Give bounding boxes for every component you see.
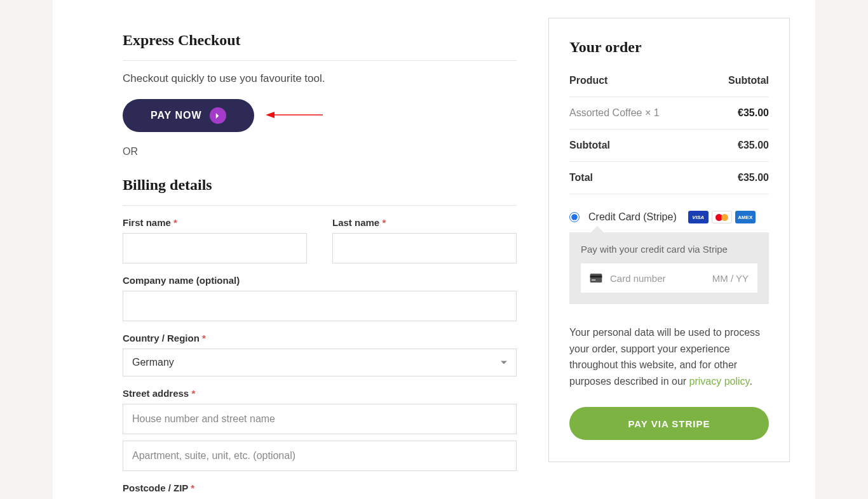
last-name-field[interactable] xyxy=(332,233,517,263)
svg-rect-4 xyxy=(592,279,595,281)
header-subtotal: Subtotal xyxy=(728,75,769,86)
street-label: Street address * xyxy=(123,388,517,399)
mastercard-icon xyxy=(712,211,732,223)
order-item-name: Assorted Coffee × 1 xyxy=(569,107,660,119)
payment-method-row: Credit Card (Stripe) VISA AMEX xyxy=(569,211,769,223)
first-name-label: First name * xyxy=(123,217,307,228)
country-select[interactable]: Germany xyxy=(123,349,517,376)
express-checkout-title: Express Checkout xyxy=(123,32,517,49)
payment-radio-stripe[interactable] xyxy=(569,212,580,222)
divider xyxy=(123,60,517,61)
privacy-policy-link[interactable]: privacy policy xyxy=(689,376,750,387)
card-number-placeholder: Card number xyxy=(610,273,705,284)
order-item-amount: €35.00 xyxy=(738,107,769,119)
svg-rect-2 xyxy=(590,274,602,283)
order-item-row: Assorted Coffee × 1 €35.00 xyxy=(569,97,769,130)
card-expiry-placeholder: MM / YY xyxy=(712,273,749,284)
order-total-row: Total €35.00 xyxy=(569,162,769,194)
order-subtotal-row: Subtotal €35.00 xyxy=(569,130,769,162)
privacy-text: Your personal data will be used to proce… xyxy=(569,324,769,389)
order-table: Product Subtotal Assorted Coffee × 1 €35… xyxy=(569,75,769,194)
express-subtitle: Checkout quickly to use you favourite to… xyxy=(123,72,517,85)
company-field[interactable] xyxy=(123,291,517,321)
pay-now-label: PAY NOW xyxy=(151,110,202,121)
stripe-description: Pay with your credit card via Stripe xyxy=(581,244,757,255)
visa-icon: VISA xyxy=(688,211,709,223)
pay-via-stripe-button[interactable]: PAY VIA STRIPE xyxy=(569,407,769,440)
company-label: Company name (optional) xyxy=(123,275,517,286)
credit-card-icon xyxy=(590,274,602,283)
payment-method-label: Credit Card (Stripe) xyxy=(588,211,677,223)
svg-rect-3 xyxy=(590,276,602,277)
chevron-down-icon xyxy=(501,361,507,364)
pay-now-row: PAY NOW xyxy=(123,99,517,132)
left-column: Express Checkout Checkout quickly to use… xyxy=(53,0,517,499)
pay-now-button[interactable]: PAY NOW xyxy=(123,99,254,132)
total-amount: €35.00 xyxy=(738,172,769,183)
divider xyxy=(123,205,517,206)
chevron-right-icon xyxy=(210,107,226,124)
country-label: Country / Region * xyxy=(123,333,517,343)
billing-details-title: Billing details xyxy=(123,176,517,194)
annotation-arrow-icon xyxy=(266,109,323,123)
amex-icon: AMEX xyxy=(735,211,756,223)
order-panel: Your order Product Subtotal Assorted Cof… xyxy=(548,18,790,462)
last-name-label: Last name * xyxy=(332,217,517,228)
your-order-title: Your order xyxy=(569,39,769,56)
subtotal-amount: €35.00 xyxy=(738,140,769,151)
or-separator: OR xyxy=(123,146,517,157)
total-label: Total xyxy=(569,172,593,183)
subtotal-label: Subtotal xyxy=(569,140,610,151)
card-number-field[interactable]: Card number MM / YY xyxy=(581,263,757,293)
street-address-2-field[interactable] xyxy=(123,441,517,471)
country-value: Germany xyxy=(132,357,174,368)
card-logos: VISA AMEX xyxy=(688,211,756,223)
order-header: Product Subtotal xyxy=(569,75,769,97)
header-product: Product xyxy=(569,75,607,86)
right-column: Your order Product Subtotal Assorted Cof… xyxy=(548,0,803,499)
checkout-page: Express Checkout Checkout quickly to use… xyxy=(53,0,815,499)
postcode-label: Postcode / ZIP * xyxy=(123,482,517,493)
street-address-field[interactable] xyxy=(123,404,517,434)
stripe-box: Pay with your credit card via Stripe Car… xyxy=(569,232,769,304)
first-name-field[interactable] xyxy=(123,233,307,263)
svg-marker-1 xyxy=(266,112,275,118)
